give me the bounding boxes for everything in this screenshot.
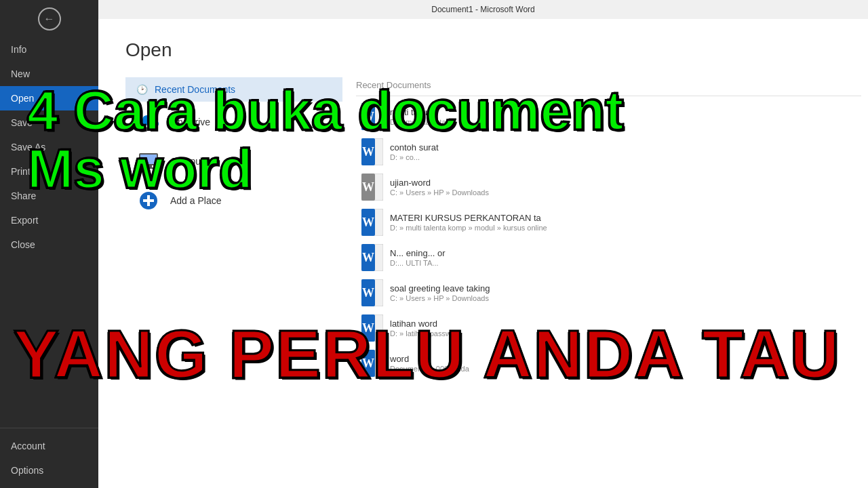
- sidebar-item-info[interactable]: Info: [0, 37, 98, 62]
- sidebar-item-account[interactable]: Account: [0, 434, 98, 458]
- table-row[interactable]: W N... ening... or D:... ULTI TA...: [356, 240, 861, 275]
- svg-text:W: W: [362, 286, 374, 300]
- open-title: Open: [125, 39, 868, 61]
- svg-rect-2: [145, 165, 152, 167]
- sidebar-item-options[interactable]: Options: [0, 458, 98, 483]
- table-row[interactable]: W soal greeting leave taking C: » Users …: [356, 275, 861, 310]
- sidebar-item-open[interactable]: Open: [0, 86, 98, 110]
- table-row[interactable]: W MATERI KURSUS PERKANTORAN ta D: » mult…: [356, 205, 861, 240]
- sidebar-item-close[interactable]: Close: [0, 232, 98, 257]
- open-panel: Open 🕑 Recent Documents OneDrive: [98, 19, 868, 488]
- word-doc-icon: W: [361, 103, 383, 130]
- locations-column: 🕑 Recent Documents OneDrive: [125, 77, 356, 488]
- back-button[interactable]: ←: [0, 0, 98, 37]
- svg-rect-6: [143, 199, 154, 202]
- back-arrow-icon: ←: [38, 7, 61, 30]
- main-content: Open 🕑 Recent Documents OneDrive: [98, 19, 868, 488]
- sidebar: ← Info New Open Save Save As Print Share…: [0, 0, 98, 488]
- svg-rect-1: [140, 155, 157, 164]
- recent-documents-button[interactable]: 🕑 Recent Documents: [125, 77, 342, 102]
- location-item-add-place[interactable]: Add a Place: [125, 182, 342, 220]
- svg-text:W: W: [362, 145, 374, 159]
- recent-header: Recent Documents: [356, 77, 861, 96]
- computer-icon: [136, 149, 161, 174]
- title-bar: Document1 - Microsoft Word: [98, 0, 868, 19]
- location-item-onedrive[interactable]: OneDrive: [125, 103, 342, 141]
- word-doc-icon-gray: W: [361, 174, 383, 201]
- svg-text:W: W: [362, 251, 374, 264]
- open-body: 🕑 Recent Documents OneDrive: [125, 77, 868, 488]
- sidebar-bottom: Account Options: [0, 428, 98, 488]
- clock-icon: 🕑: [136, 84, 148, 95]
- table-row[interactable]: W word Documents » 000nanda: [356, 346, 861, 381]
- word-doc-icon: W: [361, 209, 383, 236]
- svg-text:W: W: [362, 357, 374, 370]
- sidebar-item-export[interactable]: Export: [0, 208, 98, 232]
- sidebar-item-save-as[interactable]: Save As: [0, 135, 98, 159]
- svg-text:W: W: [362, 180, 374, 194]
- sidebar-item-save[interactable]: Save: [0, 110, 98, 135]
- table-row[interactable]: W latihan word D: » latihan password: [356, 310, 861, 346]
- svg-text:W: W: [362, 321, 374, 335]
- sidebar-item-share[interactable]: Share: [0, 184, 98, 208]
- recent-column: Recent Documents W multi talenta D: » mu…: [356, 77, 868, 488]
- table-row[interactable]: W ujian-word C: » Users » HP » Downloads: [356, 169, 861, 205]
- add-place-icon: [136, 188, 161, 213]
- svg-rect-3: [143, 167, 154, 169]
- svg-text:W: W: [362, 216, 374, 229]
- word-doc-icon: W: [361, 314, 383, 342]
- sidebar-item-new[interactable]: New: [0, 62, 98, 86]
- svg-text:W: W: [362, 110, 374, 123]
- table-row[interactable]: W multi talenta D: » multi talenta: [356, 99, 861, 134]
- word-doc-icon: W: [361, 138, 383, 165]
- word-doc-icon: W: [361, 279, 383, 306]
- word-doc-icon: W: [361, 244, 383, 271]
- table-row[interactable]: W contoh surat D: » co...: [356, 134, 861, 169]
- onedrive-icon: [136, 110, 161, 134]
- word-doc-icon: W: [361, 350, 383, 377]
- sidebar-nav: Info New Open Save Save As Print Share E…: [0, 37, 98, 428]
- window-title: Document1 - Microsoft Word: [431, 5, 535, 14]
- sidebar-item-print[interactable]: Print: [0, 159, 98, 184]
- location-item-computer[interactable]: Computer: [125, 142, 342, 180]
